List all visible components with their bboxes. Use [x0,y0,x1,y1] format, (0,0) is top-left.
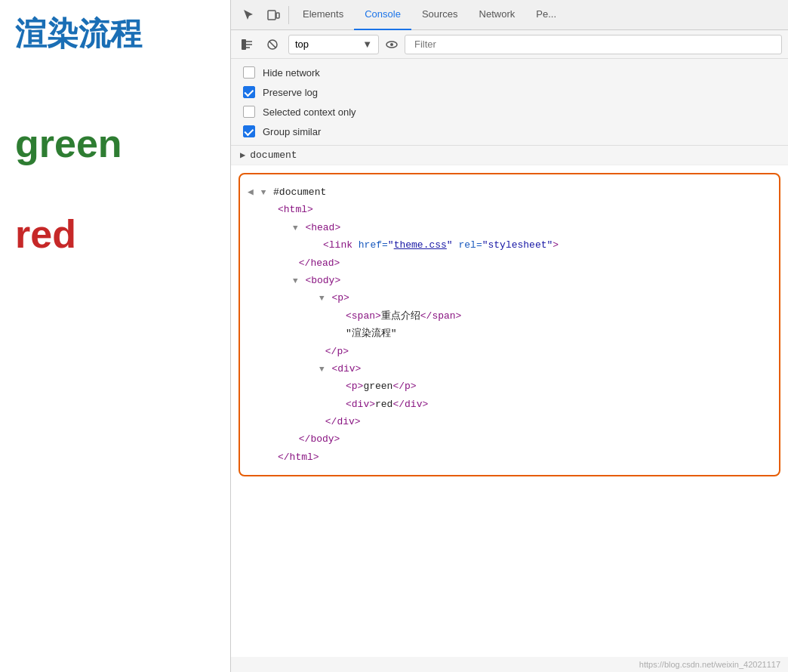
eye-icon[interactable] [385,38,399,51]
tab-elements[interactable]: Elements [292,0,354,30]
selected-context-label: Selected context only [263,106,356,118]
option-selected-context: Selected context only [243,106,776,118]
context-value: top [295,39,309,50]
group-similar-checkbox[interactable] [243,125,255,137]
dom-line-div-close: </div> [248,413,771,430]
hide-network-label: Hide network [263,67,320,79]
dom-line-p-open: ▼ <p> [248,289,771,307]
page-title: 渲染流程 [15,15,215,53]
page-red-text: red [15,211,215,257]
console-options: Hide network Preserve log Selected conte… [231,59,788,146]
document-row[interactable]: ▶ document [231,146,788,165]
dom-line-html-close: </html> [248,449,771,466]
selected-context-checkbox[interactable] [243,106,255,118]
filter-box[interactable] [405,35,782,54]
dom-line-html: <html> [248,201,771,218]
dom-line-body-open: ▼ <body> [248,272,771,289]
preserve-log-checkbox[interactable] [243,86,255,98]
dom-line-span: <span>重点介绍</span> [248,307,771,325]
dom-line-div-open: ▼ <div> [248,360,771,378]
watermark: https://blog.csdn.net/weixin_42021117 [231,657,788,672]
cursor-icon[interactable] [237,0,261,30]
devtools-panel: Elements Console Sources Network Pe... t… [230,0,788,672]
webpage-content: 渲染流程 green red [0,0,230,672]
preserve-log-label: Preserve log [263,87,318,98]
head-toggle[interactable]: ▼ [293,221,298,236]
dom-line-div-red: <div>red</div> [248,396,771,413]
page-green-text: green [15,121,215,166]
dom-tree: ◀ ▼ #document <html> ▼ <head> <link href… [239,173,780,476]
option-hide-network: Hide network [243,66,776,79]
dom-line-text-node: "渲染流程" [248,325,771,342]
dom-nav-arrow[interactable]: ◀ [248,183,254,201]
tab-performance[interactable]: Pe... [525,0,567,30]
dom-line-document: ◀ ▼ #document [248,183,771,201]
dom-line-p-close: </p> [248,343,771,360]
option-group-similar: Group similar [243,125,776,137]
dom-line-p-green: <p>green</p> [248,378,771,395]
div-toggle[interactable]: ▼ [319,362,325,378]
filter-input[interactable] [411,37,775,51]
svg-line-7 [269,41,276,48]
body-toggle[interactable]: ▼ [293,274,298,289]
device-icon[interactable] [261,0,285,30]
context-selector[interactable]: top ▼ [288,35,379,54]
dom-line-link: <link href="theme.css" rel="stylesheet"> [248,236,771,254]
tab-console[interactable]: Console [354,0,411,30]
doc-row-label: document [250,150,297,161]
svg-rect-1 [276,13,279,18]
dom-line-body-close: </body> [248,430,771,448]
svg-point-9 [390,43,393,46]
clear-console-button[interactable] [237,35,257,54]
p-toggle[interactable]: ▼ [319,291,325,307]
block-icon[interactable] [263,35,282,54]
tab-divider [288,6,289,24]
dom-line-head-open: ▼ <head> [248,219,771,236]
console-toolbar: top ▼ [231,30,788,59]
context-dropdown-arrow[interactable]: ▼ [362,39,372,50]
option-preserve-log: Preserve log [243,86,776,98]
tab-sources[interactable]: Sources [411,0,469,30]
console-output: ▶ document ◀ ▼ #document <html> ▼ <head> [231,146,788,657]
dom-line-head-close: </head> [248,254,771,272]
hide-network-checkbox[interactable] [243,66,255,79]
tab-network[interactable]: Network [469,0,526,30]
group-similar-label: Group similar [263,126,321,137]
doc-row-arrow: ▶ [240,150,245,161]
document-toggle[interactable]: ▼ [261,186,266,201]
svg-rect-0 [268,11,275,20]
tab-bar: Elements Console Sources Network Pe... [231,0,788,30]
theme-css-link[interactable]: theme.css [394,236,447,254]
